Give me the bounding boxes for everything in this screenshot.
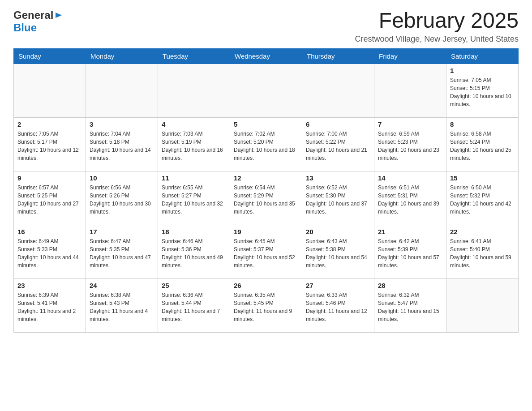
calendar-table: SundayMondayTuesdayWednesdayThursdayFrid… — [13, 48, 519, 333]
day-info: Sunrise: 6:47 AM Sunset: 5:35 PM Dayligh… — [90, 237, 154, 270]
calendar-cell: 22Sunrise: 6:41 AM Sunset: 5:40 PM Dayli… — [446, 225, 519, 278]
calendar-cell: 25Sunrise: 6:36 AM Sunset: 5:44 PM Dayli… — [158, 278, 230, 332]
calendar-cell: 13Sunrise: 6:52 AM Sunset: 5:30 PM Dayli… — [302, 171, 374, 225]
calendar-cell: 28Sunrise: 6:32 AM Sunset: 5:47 PM Dayli… — [374, 278, 446, 332]
calendar-week-row: 23Sunrise: 6:39 AM Sunset: 5:41 PM Dayli… — [14, 278, 519, 332]
day-number: 21 — [378, 228, 442, 235]
weekday-header-wednesday: Wednesday — [230, 48, 302, 64]
svg-marker-0 — [56, 13, 62, 18]
day-number: 13 — [306, 174, 370, 182]
logo-arrow-icon — [55, 11, 63, 19]
calendar-cell: 18Sunrise: 6:46 AM Sunset: 5:36 PM Dayli… — [158, 225, 230, 278]
day-info: Sunrise: 6:42 AM Sunset: 5:39 PM Dayligh… — [378, 237, 442, 270]
month-title: February 2025 — [355, 9, 519, 33]
day-info: Sunrise: 6:45 AM Sunset: 5:37 PM Dayligh… — [234, 237, 298, 270]
weekday-header-sunday: Sunday — [14, 48, 86, 64]
calendar-cell: 3Sunrise: 7:04 AM Sunset: 5:18 PM Daylig… — [86, 117, 158, 171]
day-number: 28 — [378, 282, 442, 289]
calendar-cell: 8Sunrise: 6:58 AM Sunset: 5:24 PM Daylig… — [446, 117, 519, 171]
calendar-cell: 5Sunrise: 7:02 AM Sunset: 5:20 PM Daylig… — [230, 117, 302, 171]
calendar-cell: 12Sunrise: 6:54 AM Sunset: 5:29 PM Dayli… — [230, 171, 302, 225]
weekday-header-saturday: Saturday — [446, 48, 519, 64]
day-info: Sunrise: 6:39 AM Sunset: 5:41 PM Dayligh… — [17, 291, 82, 323]
day-info: Sunrise: 6:35 AM Sunset: 5:45 PM Dayligh… — [234, 291, 298, 323]
page-header: General Blue February 2025 Crestwood Vil… — [13, 9, 519, 44]
calendar-cell: 21Sunrise: 6:42 AM Sunset: 5:39 PM Dayli… — [374, 225, 446, 278]
day-number: 27 — [306, 282, 370, 289]
day-number: 10 — [90, 174, 154, 182]
day-number: 1 — [450, 67, 515, 74]
calendar-cell: 4Sunrise: 7:03 AM Sunset: 5:19 PM Daylig… — [158, 117, 230, 171]
calendar-cell: 24Sunrise: 6:38 AM Sunset: 5:43 PM Dayli… — [86, 278, 158, 332]
day-number: 12 — [234, 174, 298, 182]
day-number: 25 — [162, 282, 226, 289]
calendar-cell — [230, 64, 302, 117]
day-info: Sunrise: 6:33 AM Sunset: 5:46 PM Dayligh… — [306, 291, 370, 323]
day-info: Sunrise: 6:59 AM Sunset: 5:23 PM Dayligh… — [378, 130, 442, 162]
weekday-header-thursday: Thursday — [302, 48, 374, 64]
day-info: Sunrise: 6:46 AM Sunset: 5:36 PM Dayligh… — [162, 237, 226, 270]
day-info: Sunrise: 6:41 AM Sunset: 5:40 PM Dayligh… — [450, 237, 515, 270]
calendar-cell: 7Sunrise: 6:59 AM Sunset: 5:23 PM Daylig… — [374, 117, 446, 171]
calendar-cell: 6Sunrise: 7:00 AM Sunset: 5:22 PM Daylig… — [302, 117, 374, 171]
day-info: Sunrise: 7:04 AM Sunset: 5:18 PM Dayligh… — [90, 130, 154, 162]
day-number: 20 — [306, 228, 370, 235]
day-number: 14 — [378, 174, 442, 182]
day-number: 9 — [17, 174, 82, 182]
calendar-cell: 19Sunrise: 6:45 AM Sunset: 5:37 PM Dayli… — [230, 225, 302, 278]
day-info: Sunrise: 7:00 AM Sunset: 5:22 PM Dayligh… — [306, 130, 370, 162]
day-info: Sunrise: 6:51 AM Sunset: 5:31 PM Dayligh… — [378, 184, 442, 216]
weekday-header-tuesday: Tuesday — [158, 48, 230, 64]
day-info: Sunrise: 6:55 AM Sunset: 5:27 PM Dayligh… — [162, 184, 226, 216]
calendar-week-row: 16Sunrise: 6:49 AM Sunset: 5:33 PM Dayli… — [14, 225, 519, 278]
day-number: 26 — [234, 282, 298, 289]
day-number: 3 — [90, 120, 154, 128]
day-info: Sunrise: 6:50 AM Sunset: 5:32 PM Dayligh… — [450, 184, 515, 216]
calendar-cell: 20Sunrise: 6:43 AM Sunset: 5:38 PM Dayli… — [302, 225, 374, 278]
day-info: Sunrise: 6:36 AM Sunset: 5:44 PM Dayligh… — [162, 291, 226, 323]
day-number: 5 — [234, 120, 298, 128]
day-number: 17 — [90, 228, 154, 235]
calendar-cell: 16Sunrise: 6:49 AM Sunset: 5:33 PM Dayli… — [14, 225, 86, 278]
day-number: 19 — [234, 228, 298, 235]
weekday-header-monday: Monday — [86, 48, 158, 64]
day-number: 11 — [162, 174, 226, 182]
calendar-cell: 10Sunrise: 6:56 AM Sunset: 5:26 PM Dayli… — [86, 171, 158, 225]
day-info: Sunrise: 7:05 AM Sunset: 5:15 PM Dayligh… — [450, 76, 515, 108]
calendar-cell: 26Sunrise: 6:35 AM Sunset: 5:45 PM Dayli… — [230, 278, 302, 332]
logo: General Blue — [13, 9, 63, 34]
day-info: Sunrise: 6:43 AM Sunset: 5:38 PM Dayligh… — [306, 237, 370, 270]
weekday-header-friday: Friday — [374, 48, 446, 64]
calendar-week-row: 1Sunrise: 7:05 AM Sunset: 5:15 PM Daylig… — [14, 64, 519, 117]
day-number: 23 — [17, 282, 82, 289]
calendar-cell — [446, 278, 519, 332]
day-info: Sunrise: 6:57 AM Sunset: 5:25 PM Dayligh… — [17, 184, 82, 216]
day-info: Sunrise: 6:49 AM Sunset: 5:33 PM Dayligh… — [17, 237, 82, 270]
day-number: 15 — [450, 174, 515, 182]
day-number: 2 — [17, 120, 82, 128]
day-info: Sunrise: 7:02 AM Sunset: 5:20 PM Dayligh… — [234, 130, 298, 162]
logo-blue: Blue — [13, 21, 37, 34]
calendar-cell: 17Sunrise: 6:47 AM Sunset: 5:35 PM Dayli… — [86, 225, 158, 278]
day-info: Sunrise: 7:05 AM Sunset: 5:17 PM Dayligh… — [17, 130, 82, 162]
calendar-cell: 14Sunrise: 6:51 AM Sunset: 5:31 PM Dayli… — [374, 171, 446, 225]
day-number: 8 — [450, 120, 515, 128]
day-info: Sunrise: 6:32 AM Sunset: 5:47 PM Dayligh… — [378, 291, 442, 323]
calendar-cell: 27Sunrise: 6:33 AM Sunset: 5:46 PM Dayli… — [302, 278, 374, 332]
day-number: 18 — [162, 228, 226, 235]
day-info: Sunrise: 6:58 AM Sunset: 5:24 PM Dayligh… — [450, 130, 515, 162]
calendar-cell — [302, 64, 374, 117]
calendar-cell — [374, 64, 446, 117]
day-info: Sunrise: 6:52 AM Sunset: 5:30 PM Dayligh… — [306, 184, 370, 216]
calendar-cell: 1Sunrise: 7:05 AM Sunset: 5:15 PM Daylig… — [446, 64, 519, 117]
day-info: Sunrise: 7:03 AM Sunset: 5:19 PM Dayligh… — [162, 130, 226, 162]
day-number: 16 — [17, 228, 82, 235]
calendar-week-row: 9Sunrise: 6:57 AM Sunset: 5:25 PM Daylig… — [14, 171, 519, 225]
day-number: 7 — [378, 120, 442, 128]
calendar-cell — [158, 64, 230, 117]
day-number: 6 — [306, 120, 370, 128]
day-info: Sunrise: 6:54 AM Sunset: 5:29 PM Dayligh… — [234, 184, 298, 216]
calendar-header-row: SundayMondayTuesdayWednesdayThursdayFrid… — [14, 48, 519, 64]
logo-general: General — [13, 9, 53, 21]
calendar-cell — [14, 64, 86, 117]
